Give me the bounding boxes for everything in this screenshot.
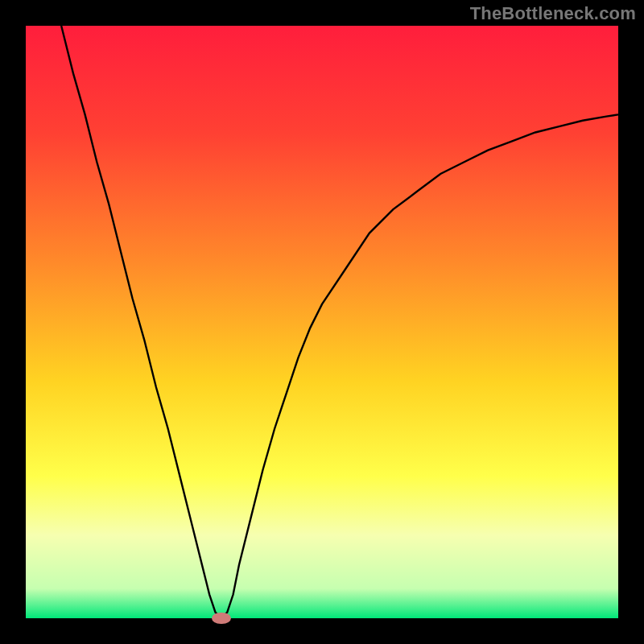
watermark-text: TheBottleneck.com xyxy=(470,3,636,24)
chart-plot-area xyxy=(26,26,618,618)
minimum-marker xyxy=(212,613,231,625)
bottleneck-curve xyxy=(26,26,618,618)
chart-frame: TheBottleneck.com xyxy=(0,0,644,644)
bottleneck-curve-path xyxy=(61,26,618,618)
